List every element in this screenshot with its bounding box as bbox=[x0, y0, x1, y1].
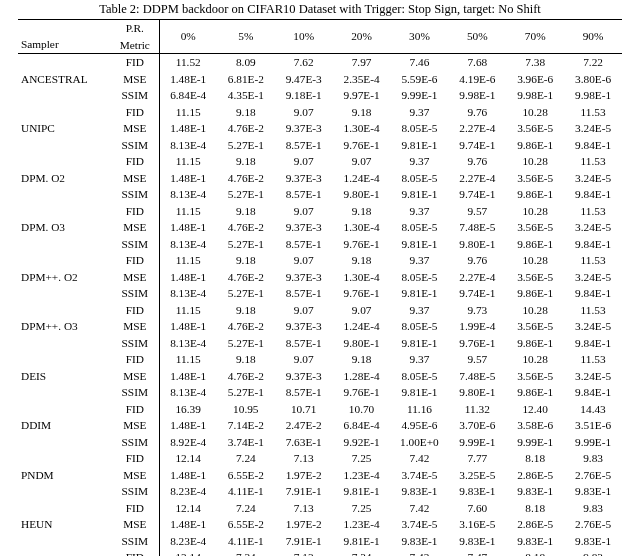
table-cell: 9.57 bbox=[448, 203, 506, 220]
table-cell: 9.18 bbox=[217, 104, 275, 121]
table-cell: 9.83E-1 bbox=[506, 533, 564, 550]
table-cell: 9.83 bbox=[564, 500, 622, 517]
table-cell: 9.81E-1 bbox=[333, 533, 391, 550]
table-cell: 8.05E-5 bbox=[391, 318, 449, 335]
table-cell: 8.57E-1 bbox=[275, 236, 333, 253]
table-cell: 9.07 bbox=[275, 351, 333, 368]
header-prmetric-bot: Metric bbox=[111, 37, 159, 54]
table-cell: 1.48E-1 bbox=[159, 71, 217, 88]
table-cell: 9.07 bbox=[275, 104, 333, 121]
table-cell: 9.81E-1 bbox=[391, 335, 449, 352]
table-cell: 9.83E-1 bbox=[448, 483, 506, 500]
table-cell: 12.40 bbox=[506, 401, 564, 418]
table-cell: 9.81E-1 bbox=[391, 285, 449, 302]
sampler-name: UNIPC bbox=[18, 104, 111, 154]
metric-name: FID bbox=[111, 351, 159, 368]
table-cell: 9.37 bbox=[391, 252, 449, 269]
table-cell: 10.28 bbox=[506, 302, 564, 319]
table-cell: 8.57E-1 bbox=[275, 384, 333, 401]
table-cell: 7.42 bbox=[391, 500, 449, 517]
table-cell: 9.74E-1 bbox=[448, 137, 506, 154]
table-cell: 3.24E-5 bbox=[564, 120, 622, 137]
table-cell: 9.37 bbox=[391, 104, 449, 121]
table-cell: 9.83E-1 bbox=[448, 533, 506, 550]
table-cell: 9.07 bbox=[333, 302, 391, 319]
metric-name: SSIM bbox=[111, 483, 159, 500]
table-cell: 9.37 bbox=[391, 153, 449, 170]
sampler-name: LMSD bbox=[18, 549, 111, 556]
metric-name: MSE bbox=[111, 120, 159, 137]
table-cell: 4.19E-6 bbox=[448, 71, 506, 88]
metric-name: MSE bbox=[111, 71, 159, 88]
sampler-name: DEIS bbox=[18, 351, 111, 401]
table-cell: 7.46 bbox=[391, 54, 449, 71]
table-cell: 5.27E-1 bbox=[217, 186, 275, 203]
table-cell: 8.57E-1 bbox=[275, 186, 333, 203]
table-cell: 5.27E-1 bbox=[217, 335, 275, 352]
table-cell: 9.84E-1 bbox=[564, 236, 622, 253]
table-cell: 4.76E-2 bbox=[217, 318, 275, 335]
table-cell: 9.84E-1 bbox=[564, 285, 622, 302]
table-cell: 1.23E-4 bbox=[333, 516, 391, 533]
table-cell: 9.81E-1 bbox=[391, 236, 449, 253]
table-cell: 1.28E-4 bbox=[333, 368, 391, 385]
table-cell: 2.86E-5 bbox=[506, 516, 564, 533]
table-cell: 12.14 bbox=[159, 549, 217, 556]
table-cell: 5.27E-1 bbox=[217, 384, 275, 401]
table-cell: 9.07 bbox=[333, 153, 391, 170]
table-cell: 11.53 bbox=[564, 153, 622, 170]
table-cell: 11.16 bbox=[391, 401, 449, 418]
table-cell: 9.86E-1 bbox=[506, 186, 564, 203]
table-cell: 9.98E-1 bbox=[448, 87, 506, 104]
sampler-name: DPM++. O2 bbox=[18, 252, 111, 302]
header-col-3: 20% bbox=[333, 20, 391, 54]
table-cell: 4.35E-1 bbox=[217, 87, 275, 104]
table-cell: 9.73 bbox=[448, 302, 506, 319]
table-cell: 9.76E-1 bbox=[333, 236, 391, 253]
table-cell: 9.37 bbox=[391, 203, 449, 220]
table-cell: 9.86E-1 bbox=[506, 236, 564, 253]
table-cell: 10.28 bbox=[506, 104, 564, 121]
table-cell: 9.37E-3 bbox=[275, 120, 333, 137]
table-cell: 4.11E-1 bbox=[217, 533, 275, 550]
metric-name: FID bbox=[111, 549, 159, 556]
table-cell: 3.96E-6 bbox=[506, 71, 564, 88]
table-cell: 9.98E-1 bbox=[506, 87, 564, 104]
table-cell: 11.15 bbox=[159, 302, 217, 319]
table-cell: 9.76 bbox=[448, 252, 506, 269]
metric-name: SSIM bbox=[111, 384, 159, 401]
table-cell: 12.14 bbox=[159, 500, 217, 517]
table-cell: 10.28 bbox=[506, 203, 564, 220]
table-cell: 9.18 bbox=[333, 252, 391, 269]
table-cell: 1.30E-4 bbox=[333, 269, 391, 286]
table-cell: 9.81E-1 bbox=[391, 137, 449, 154]
table-cell: 9.07 bbox=[275, 153, 333, 170]
table-cell: 9.86E-1 bbox=[506, 384, 564, 401]
table-cell: 1.99E-4 bbox=[448, 318, 506, 335]
table-cell: 1.97E-2 bbox=[275, 516, 333, 533]
table-cell: 2.35E-4 bbox=[333, 71, 391, 88]
table-cell: 9.76E-1 bbox=[333, 384, 391, 401]
header-col-7: 90% bbox=[564, 20, 622, 54]
metric-name: FID bbox=[111, 153, 159, 170]
table-cell: 3.25E-5 bbox=[448, 467, 506, 484]
table-cell: 9.84E-1 bbox=[564, 335, 622, 352]
table-cell: 1.97E-2 bbox=[275, 467, 333, 484]
table-cell: 9.47E-3 bbox=[275, 71, 333, 88]
table-cell: 9.83E-1 bbox=[506, 483, 564, 500]
table-cell: 9.07 bbox=[275, 302, 333, 319]
table-cell: 3.56E-5 bbox=[506, 368, 564, 385]
table-cell: 9.86E-1 bbox=[506, 137, 564, 154]
table-cell: 2.86E-5 bbox=[506, 467, 564, 484]
table-cell: 9.83 bbox=[564, 450, 622, 467]
table-cell: 3.56E-5 bbox=[506, 219, 564, 236]
table-cell: 2.27E-4 bbox=[448, 120, 506, 137]
table-cell: 9.37E-3 bbox=[275, 368, 333, 385]
table-cell: 4.76E-2 bbox=[217, 269, 275, 286]
table-cell: 9.76 bbox=[448, 104, 506, 121]
metric-name: SSIM bbox=[111, 285, 159, 302]
table-cell: 1.48E-1 bbox=[159, 269, 217, 286]
table-cell: 7.91E-1 bbox=[275, 533, 333, 550]
table-cell: 3.70E-6 bbox=[448, 417, 506, 434]
sampler-name: HEUN bbox=[18, 500, 111, 550]
